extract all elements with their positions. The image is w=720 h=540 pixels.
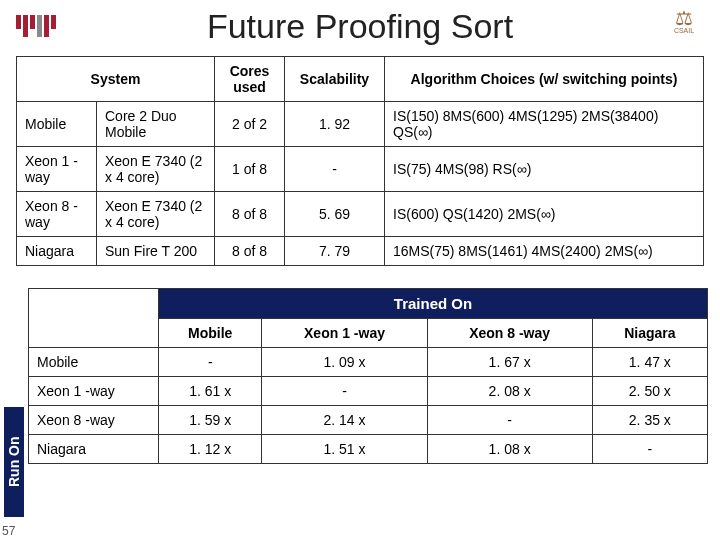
table-row: Niagara 1. 12 x 1. 51 x 1. 08 x - (29, 435, 708, 464)
cell-val: 2. 14 x (262, 406, 427, 435)
cell-val: 1. 12 x (159, 435, 262, 464)
th-col: Xeon 1 -way (262, 319, 427, 348)
systems-table-wrap: System Cores used Scalability Algorithm … (16, 56, 704, 266)
table-row: Mobile - 1. 09 x 1. 67 x 1. 47 x (29, 348, 708, 377)
cell-val: 1. 47 x (592, 348, 707, 377)
cell-scal: 1. 92 (285, 102, 385, 147)
row-name: Xeon 1 -way (29, 377, 159, 406)
cell-val: 1. 61 x (159, 377, 262, 406)
cell-proc: Xeon E 7340 (2 x 4 core) (97, 147, 215, 192)
table-row: Xeon 1 -way Xeon E 7340 (2 x 4 core) 1 o… (17, 147, 704, 192)
table-row: Xeon 1 -way 1. 61 x - 2. 08 x 2. 50 x (29, 377, 708, 406)
cell-val: 1. 59 x (159, 406, 262, 435)
cell-algo: IS(75) 4MS(98) RS(∞) (385, 147, 704, 192)
cell-sys: Niagara (17, 237, 97, 266)
cell-proc: Core 2 Duo Mobile (97, 102, 215, 147)
cross-train-table: Trained On Mobile Xeon 1 -way Xeon 8 -wa… (28, 288, 708, 464)
th-scalability: Scalability (285, 57, 385, 102)
cell-val: 1. 67 x (427, 348, 592, 377)
cell-scal: 5. 69 (285, 192, 385, 237)
csail-logo-icon: ⚖ CSAIL (664, 9, 704, 43)
cell-val: - (592, 435, 707, 464)
cell-val: 1. 08 x (427, 435, 592, 464)
systems-table: System Cores used Scalability Algorithm … (16, 56, 704, 266)
mit-logo-icon (16, 15, 56, 37)
cell-val: - (262, 377, 427, 406)
cell-proc: Xeon E 7340 (2 x 4 core) (97, 192, 215, 237)
cell-algo: 16MS(75) 8MS(1461) 4MS(2400) 2MS(∞) (385, 237, 704, 266)
page-title: Future Proofing Sort (56, 7, 664, 46)
cell-algo: IS(600) QS(1420) 2MS(∞) (385, 192, 704, 237)
cell-sys: Xeon 8 -way (17, 192, 97, 237)
table-row: Niagara Sun Fire T 200 8 of 8 7. 79 16MS… (17, 237, 704, 266)
cell-cores: 8 of 8 (215, 192, 285, 237)
th-col: Xeon 8 -way (427, 319, 592, 348)
cell-val: - (159, 348, 262, 377)
cell-val: - (427, 406, 592, 435)
cell-cores: 1 of 8 (215, 147, 285, 192)
run-on-label: Run On (4, 407, 24, 517)
table-row: Xeon 8 -way 1. 59 x 2. 14 x - 2. 35 x (29, 406, 708, 435)
row-name: Niagara (29, 435, 159, 464)
cell-val: 2. 08 x (427, 377, 592, 406)
cell-sys: Xeon 1 -way (17, 147, 97, 192)
corner-cell (29, 289, 159, 348)
cell-scal: 7. 79 (285, 237, 385, 266)
cell-cores: 8 of 8 (215, 237, 285, 266)
slide-number: 57 (2, 524, 15, 538)
cell-sys: Mobile (17, 102, 97, 147)
cell-val: 1. 09 x (262, 348, 427, 377)
th-col: Niagara (592, 319, 707, 348)
trained-on-header: Trained On (159, 289, 708, 319)
table-row: Mobile Core 2 Duo Mobile 2 of 2 1. 92 IS… (17, 102, 704, 147)
table-row: Xeon 8 -way Xeon E 7340 (2 x 4 core) 8 o… (17, 192, 704, 237)
cell-val: 2. 50 x (592, 377, 707, 406)
cell-proc: Sun Fire T 200 (97, 237, 215, 266)
row-name: Xeon 8 -way (29, 406, 159, 435)
th-col: Mobile (159, 319, 262, 348)
cell-val: 1. 51 x (262, 435, 427, 464)
th-algo: Algorithm Choices (w/ switching points) (385, 57, 704, 102)
slide-header: Future Proofing Sort ⚖ CSAIL (0, 0, 720, 48)
cell-val: 2. 35 x (592, 406, 707, 435)
th-system: System (17, 57, 215, 102)
cell-scal: - (285, 147, 385, 192)
cell-cores: 2 of 2 (215, 102, 285, 147)
row-name: Mobile (29, 348, 159, 377)
cell-algo: IS(150) 8MS(600) 4MS(1295) 2MS(38400) QS… (385, 102, 704, 147)
th-cores: Cores used (215, 57, 285, 102)
cross-train-table-wrap: Trained On Mobile Xeon 1 -way Xeon 8 -wa… (28, 288, 720, 464)
